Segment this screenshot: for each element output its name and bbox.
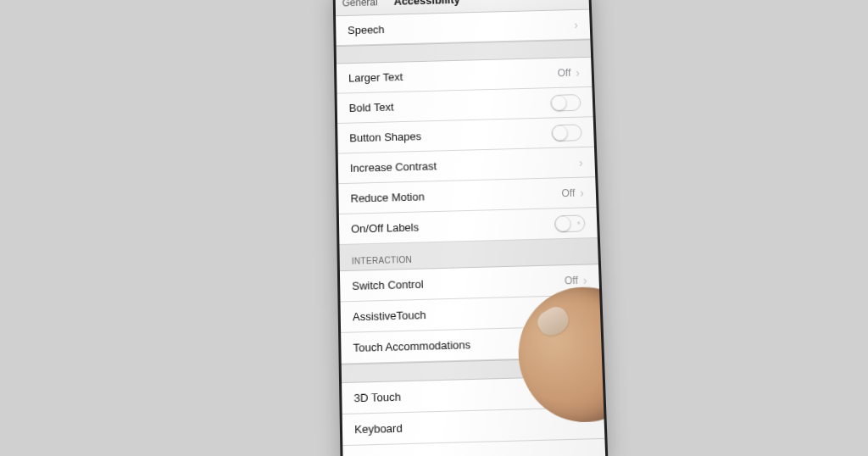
- row-value: Off: [558, 67, 571, 79]
- row-value: Off: [565, 274, 578, 286]
- row-label: On/Off Labels: [351, 217, 554, 235]
- chevron-right-icon: ›: [583, 274, 587, 286]
- chevron-right-icon: ›: [574, 19, 578, 31]
- chevron-right-icon: ›: [580, 186, 584, 198]
- page-title: Accessibility: [393, 0, 459, 8]
- row-label: Bold Text: [349, 97, 551, 114]
- row-label: Larger Text: [348, 67, 558, 85]
- toggle-switch[interactable]: [550, 94, 581, 112]
- row-label: Reduce Motion: [350, 186, 561, 204]
- row-value: Off: [561, 186, 575, 198]
- row-label: Button Shapes: [349, 126, 552, 144]
- phone-screen: General Accessibility Speech › Larger Te…: [333, 0, 609, 456]
- chevron-right-icon: ›: [576, 66, 580, 78]
- row-label: Increase Contrast: [350, 156, 579, 175]
- row-label: Switch Control: [352, 274, 565, 292]
- row-label: Speech: [348, 19, 575, 36]
- toggle-switch[interactable]: [554, 214, 586, 232]
- row-label: Keyboard: [354, 416, 593, 436]
- toggle-switch[interactable]: [551, 124, 581, 142]
- chevron-right-icon: ›: [579, 156, 583, 168]
- back-button[interactable]: General: [342, 0, 378, 8]
